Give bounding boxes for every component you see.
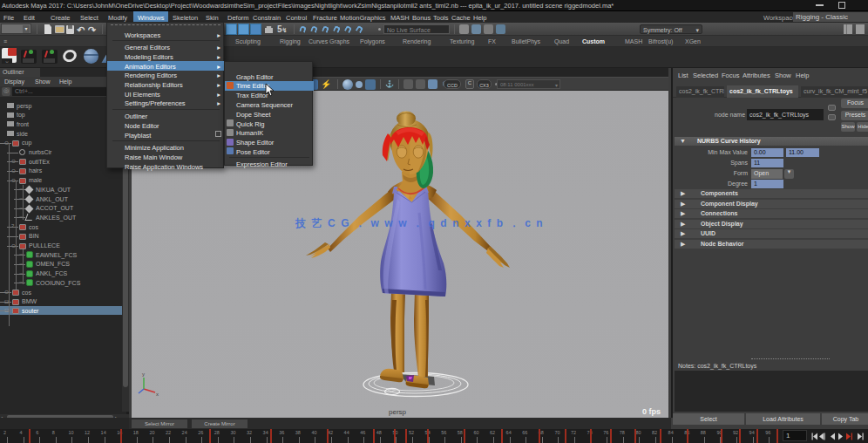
svg-text:x: x <box>156 392 159 397</box>
svg-text:persp: persp <box>389 408 407 416</box>
svg-text:0 fps: 0 fps <box>642 407 661 416</box>
svg-text:y: y <box>142 371 145 377</box>
